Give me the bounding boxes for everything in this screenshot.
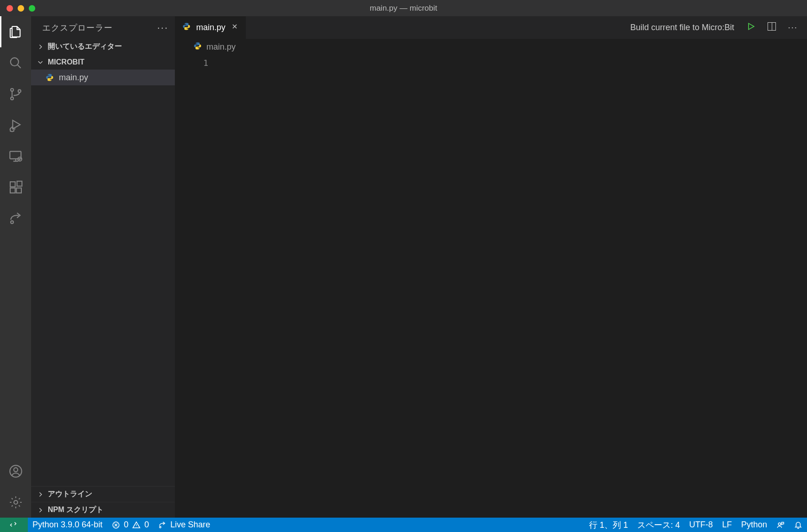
chevron-right-icon (36, 507, 45, 513)
status-eol[interactable]: LF (717, 518, 737, 532)
tab-main-py[interactable]: main.py (175, 16, 246, 39)
warning-icon (132, 521, 141, 529)
live-share-icon (158, 521, 167, 529)
chevron-right-icon (36, 44, 45, 50)
svg-rect-7 (10, 182, 15, 187)
tab-actions: Build current file to Micro:Bit ··· (621, 16, 807, 39)
status-problems[interactable]: 0 0 (107, 518, 154, 532)
close-window-button[interactable] (6, 5, 13, 12)
activity-remote-explorer[interactable] (0, 141, 31, 172)
status-language[interactable]: Python (737, 518, 772, 532)
titlebar: main.py — microbit (0, 0, 807, 16)
line-number: 1 (175, 58, 208, 68)
gutter: 1 (175, 55, 220, 518)
run-button[interactable] (746, 22, 756, 33)
status-cursor-label: 行 1、列 1 (589, 519, 628, 531)
window-controls (0, 5, 35, 12)
chevron-right-icon (36, 491, 45, 498)
status-python[interactable]: Python 3.9.0 64-bit (28, 518, 107, 532)
error-icon (112, 521, 120, 529)
sidebar-section-project[interactable]: MICROBIT (31, 54, 175, 70)
tab-close-button[interactable] (231, 23, 238, 32)
python-file-icon (45, 73, 54, 82)
fullscreen-window-button[interactable] (29, 5, 35, 12)
activity-source-control[interactable] (0, 78, 31, 109)
tab-more-button[interactable]: ··· (788, 23, 798, 32)
status-feedback[interactable] (772, 518, 789, 532)
files-icon (8, 25, 23, 39)
sidebar-section-outline[interactable]: アウトライン (31, 486, 175, 502)
status-cursor[interactable]: 行 1、列 1 (584, 518, 633, 532)
account-icon (8, 464, 23, 479)
svg-point-13 (13, 468, 18, 472)
sidebar-title: エクスプローラー (42, 22, 113, 33)
status-bell[interactable] (789, 518, 807, 532)
editor-column: main.py Build current file to Micro:Bit … (175, 16, 807, 518)
status-spaces[interactable]: スペース: 4 (633, 518, 685, 532)
svg-rect-8 (10, 188, 15, 193)
svg-point-0 (10, 58, 18, 65)
project-label: MICROBIT (48, 58, 84, 66)
remote-monitor-icon (8, 149, 23, 164)
sidebar-more-button[interactable]: ··· (157, 22, 168, 34)
svg-rect-9 (16, 188, 21, 193)
sidebar-section-open-editors[interactable]: 開いているエディター (31, 39, 175, 54)
bell-icon (794, 521, 802, 529)
breadcrumbs[interactable]: main.py (175, 39, 807, 55)
tab-label: main.py (196, 23, 225, 32)
python-file-icon (193, 42, 202, 52)
remote-icon (10, 521, 18, 529)
window-title: main.py — microbit (0, 4, 807, 13)
person-feedback-icon (776, 521, 785, 529)
python-file-icon (182, 22, 191, 33)
split-editor-button[interactable] (768, 22, 776, 33)
sidebar-file-main-py[interactable]: main.py (31, 70, 175, 85)
status-language-label: Python (741, 520, 767, 530)
status-spaces-label: スペース: 4 (637, 519, 680, 531)
chevron-down-icon (36, 59, 45, 65)
svg-point-14 (14, 500, 18, 504)
activity-search[interactable] (0, 47, 31, 78)
svg-point-16 (160, 526, 161, 527)
build-label[interactable]: Build current file to Micro:Bit (630, 23, 734, 32)
sidebar: エクスプローラー ··· 開いているエディター MICROBIT main.py… (31, 16, 175, 518)
activity-settings[interactable] (0, 487, 31, 518)
git-branch-icon (8, 87, 23, 102)
sidebar-file-name: main.py (59, 73, 88, 83)
svg-point-3 (18, 90, 21, 92)
remote-button[interactable] (0, 518, 28, 532)
code-area[interactable] (220, 55, 807, 518)
svg-point-17 (778, 523, 781, 525)
npm-label: NPM スクリプト (48, 505, 103, 515)
activity-extensions[interactable] (0, 172, 31, 203)
activity-bar (0, 16, 31, 518)
activity-explorer[interactable] (0, 16, 31, 47)
svg-point-2 (11, 97, 13, 100)
open-editors-label: 開いているエディター (48, 42, 122, 51)
activity-accounts[interactable] (0, 455, 31, 487)
breadcrumb-file: main.py (206, 42, 236, 52)
status-live-share[interactable]: Live Share (154, 518, 215, 532)
gear-icon (8, 495, 23, 510)
status-encoding-label: UTF-8 (689, 520, 713, 530)
extensions-icon (8, 180, 23, 195)
error-count: 0 (124, 520, 128, 530)
split-editor-icon (768, 22, 776, 31)
minimize-window-button[interactable] (18, 5, 24, 12)
editor-body[interactable]: 1 (175, 55, 807, 518)
svg-point-1 (11, 88, 13, 91)
warning-count: 0 (144, 520, 149, 530)
activity-live-share[interactable] (0, 203, 31, 234)
search-icon (8, 56, 23, 71)
svg-rect-10 (17, 181, 22, 186)
status-encoding[interactable]: UTF-8 (685, 518, 717, 532)
status-eol-label: LF (722, 520, 732, 530)
main-area: エクスプローラー ··· 開いているエディター MICROBIT main.py… (0, 16, 807, 518)
sidebar-section-npm[interactable]: NPM スクリプト (31, 502, 175, 518)
live-share-label: Live Share (170, 520, 210, 530)
activity-run-debug[interactable] (0, 109, 31, 141)
play-bug-icon (8, 118, 23, 133)
sidebar-title-row: エクスプローラー ··· (31, 16, 175, 39)
outline-label: アウトライン (48, 489, 92, 499)
svg-point-11 (11, 221, 13, 224)
